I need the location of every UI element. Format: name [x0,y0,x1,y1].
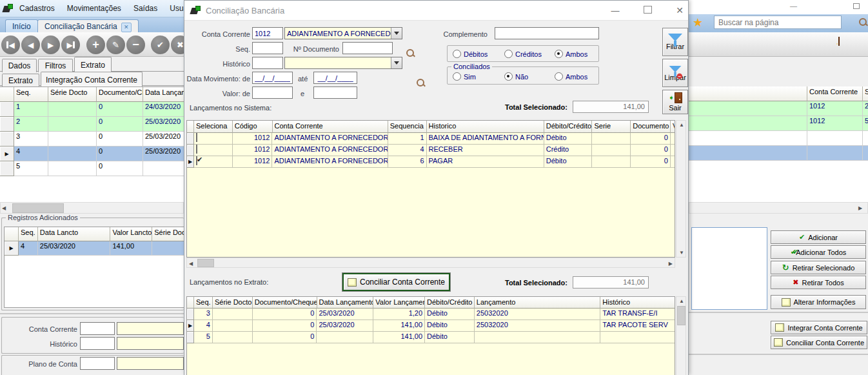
tab-conciliacao-bancaria[interactable]: Conciliação Bancária✕ [37,19,139,32]
scroll-thumb[interactable] [12,203,64,213]
d-num-documento-input[interactable] [342,42,393,54]
table-row-current[interactable]: 1012 ADIANTAMENTO A FORNECEDORES 6 PAGAR… [187,156,675,168]
tab-filtros[interactable]: Filtros [38,59,73,72]
cc-code-input[interactable] [80,322,115,335]
exit-door-icon[interactable] [838,37,840,46]
conciliar-conta-corrente-button[interactable]: Conciliar Conta Corrente [342,273,450,291]
dialog-titlebar[interactable]: Conciliação Bancária — ✕ [184,1,688,21]
scroll-left-icon[interactable]: ◀ [2,205,6,211]
d-conta-corrente-combo[interactable]: ADIANTAMENTO A FORNECEDOR [284,27,402,39]
col-reg-valor[interactable]: Valor Lancto [110,227,152,241]
tab-dados[interactable]: Dados [2,59,37,72]
table-row[interactable]: 5 0 [0,161,184,176]
table-row[interactable]: 1012 5 [689,116,868,131]
search-input[interactable] [714,15,842,29]
favorite-star-icon[interactable]: ★ [693,15,703,30]
col-data-lancamento[interactable]: Data Lançam [143,87,184,102]
delete-record-button[interactable]: − [126,35,145,54]
sair-button[interactable]: ➧ Sair [662,90,688,114]
tab-inicio[interactable]: Início [5,19,38,33]
scroll-down-icon[interactable]: ▼ [679,250,684,256]
table-row[interactable]: 5 0 141,00 Débito [187,332,675,343]
nav-next-button[interactable]: ▶ [41,35,60,54]
table-row[interactable]: 1012 2 [689,101,868,116]
extrato-grid-hscrollbar-right[interactable]: ▶ [689,202,868,214]
col-reg-seq[interactable]: Seq. [19,227,38,241]
menu-movimentacoes[interactable]: Movimentações [62,1,126,16]
confirm-button[interactable]: ✔ [151,35,170,54]
scroll-up-icon[interactable]: ▲ [679,122,684,128]
limpar-button[interactable]: − Limpar [662,59,688,87]
edit-record-button[interactable]: ✎ [106,35,125,54]
menu-cadastros[interactable]: Cadastros [14,1,60,16]
table-row[interactable]: 1 0 24/03/2020 [0,102,184,117]
sistema-grid-vscrollbar[interactable]: ▲ ▼ [676,120,686,258]
radio-conc-sim[interactable]: Sim [453,72,476,81]
table-row[interactable]: 3 0 25/03/2020 1,20 Débito 25032020 TAR … [187,309,675,320]
sistema-grid-hscrollbar[interactable]: ◀ ▶ [186,258,675,268]
scroll-left-icon[interactable]: ◀ [189,261,193,267]
add-record-button[interactable]: + [86,35,105,54]
scroll-up-icon[interactable]: ▲ [679,298,684,304]
scroll-thumb[interactable] [197,259,214,267]
nav-prev-button[interactable]: ◀ [21,35,40,54]
col-reg-serie[interactable]: Série Doct [152,227,184,241]
plano-name-input[interactable] [117,357,184,370]
table-row[interactable]: 2 0 25/03/2020 [0,117,184,132]
d-valor-de-input[interactable] [252,86,293,99]
col-conta-corrente[interactable]: Conta Corrente [807,86,863,101]
col-reg-data[interactable]: Data Lancto [38,227,111,241]
col-serie-docto[interactable]: Série Docto [48,87,97,102]
dialog-minimize-icon[interactable]: — [602,6,628,15]
alterar-informacoes-button[interactable]: Alterar Informações [771,295,866,309]
scroll-thumb[interactable] [677,306,686,325]
scroll-right-icon[interactable]: ▶ [669,261,673,267]
tab-close-icon[interactable]: ✕ [121,23,132,32]
d-conta-corrente-search-icon[interactable] [406,49,415,57]
table-row-selected[interactable]: 4 0 25/03/2020 [0,147,184,161]
plano-code-input[interactable] [80,357,115,370]
extrato-grid-hscrollbar[interactable]: ◀ [0,202,184,214]
d-historico-search-icon[interactable] [417,79,425,87]
d-valor-ate-input[interactable] [313,86,357,99]
adicionar-button[interactable]: ✔Adicionar [771,230,866,244]
adicionar-todos-button[interactable]: ✔✔ Adicionar Todos [771,245,866,259]
filtrar-button[interactable]: Filtrar [662,28,688,56]
dialog-maximize-icon[interactable] [635,6,660,15]
d-seq-input[interactable] [252,42,283,54]
d-historico-code-input[interactable] [252,57,283,69]
subtab-integracao-cc[interactable]: Integração Conta Corrente [41,72,143,86]
table-row-selected[interactable]: 4 25/03/2020 141,00 [5,241,184,256]
window-restore-icon[interactable] [853,3,860,9]
chevron-down-icon[interactable] [391,57,402,68]
d-data-ate-input[interactable] [313,72,357,84]
checkbox-checked[interactable] [196,156,197,165]
menu-saidas[interactable]: Saídas [128,1,163,16]
historico-code-input[interactable] [80,337,115,350]
search-magnifier-icon[interactable] [859,18,867,26]
cc-name-input[interactable] [117,322,184,335]
historico-name-input[interactable] [117,337,184,350]
registros-list-box[interactable] [691,227,767,310]
table-row[interactable]: 1012 ADIANTAMENTO A FORNECEDORES 4 RECEB… [187,145,675,156]
table-row-selected[interactable] [689,146,868,161]
tab-extrato[interactable]: Extrato [74,57,112,72]
checkbox-unchecked[interactable] [196,133,197,142]
chevron-down-icon[interactable] [391,28,402,39]
radio-conc-ambos[interactable]: Ambos [555,72,587,81]
nav-first-button[interactable]: ◀ [1,35,20,54]
subtab-extrato[interactable]: Extrato [2,74,39,87]
table-row[interactable] [689,131,868,146]
table-row[interactable]: 1012 ADIANTAMENTO A FORNECEDORES 1 BAIXA… [187,133,675,145]
radio-creditos[interactable]: Créditos [504,50,542,58]
table-row[interactable]: 3 0 25/03/2020 [0,132,184,147]
radio-ambos[interactable]: Ambos [555,50,587,58]
table-row-current[interactable]: 4 0 25/03/2020 141,00 Débito 25032020 TA… [187,320,675,332]
window-minimize-icon[interactable]: — [790,2,797,10]
d-data-de-input[interactable] [252,72,293,84]
dialog-close-icon[interactable]: ✕ [667,5,693,15]
radio-debitos[interactable]: Débitos [453,50,488,58]
checkbox-unchecked[interactable] [196,145,197,154]
d-historico-combo[interactable] [284,57,402,69]
integrar-conta-corrente-button[interactable]: Integrar Conta Corrente [771,321,867,334]
